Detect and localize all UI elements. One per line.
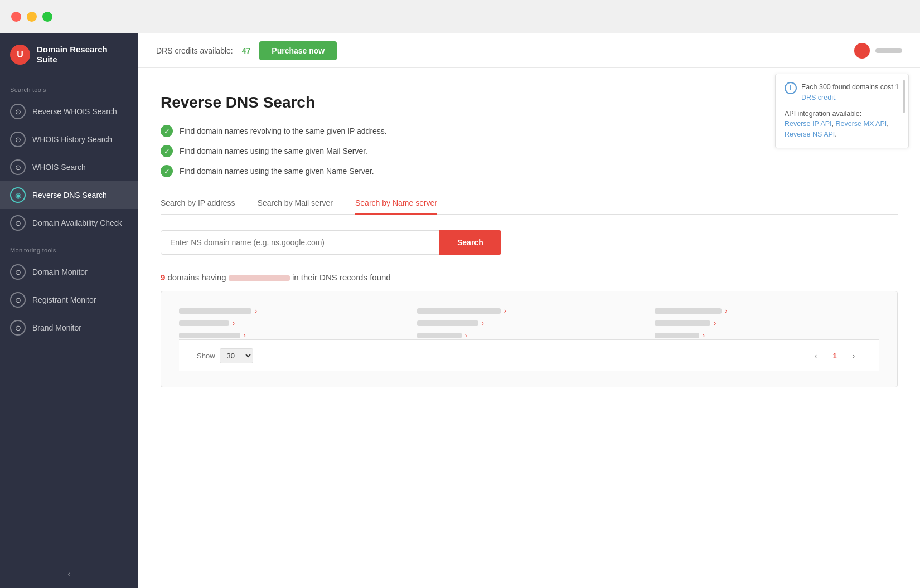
- whois-search-icon: ⊙: [10, 159, 26, 175]
- result-text: [655, 320, 710, 326]
- info-icon: i: [785, 82, 797, 94]
- tab-ip-address[interactable]: Search by IP address: [161, 193, 235, 215]
- info-text: Each 300 found domains cost 1 DRS credit…: [801, 82, 899, 103]
- sidebar-header: U Domain Research Suite: [0, 33, 138, 76]
- prev-page-button[interactable]: ‹: [808, 348, 824, 363]
- sidebar-item-registrant-monitor[interactable]: ⊙ Registrant Monitor: [0, 286, 138, 314]
- sidebar-label-reverse-whois: Reverse WHOIS Search: [32, 107, 117, 116]
- sidebar-collapse-button[interactable]: ‹: [0, 560, 138, 588]
- close-button[interactable]: [11, 12, 21, 22]
- result-arrow-icon[interactable]: ›: [255, 307, 257, 315]
- search-bar: Search: [161, 230, 898, 255]
- result-arrow-icon[interactable]: ›: [244, 332, 246, 339]
- reverse-dns-icon: ◉: [10, 187, 26, 203]
- search-tools-label: Search tools: [0, 76, 138, 98]
- user-avatar: [854, 43, 870, 59]
- titlebar: [0, 0, 920, 33]
- pagination-bar: Show 30 10 20 50 100 ‹ 1 ›: [179, 339, 879, 371]
- show-select[interactable]: 30 10 20 50 100: [220, 348, 253, 363]
- sidebar-title: Domain Research Suite: [37, 45, 128, 65]
- sidebar-item-brand-monitor[interactable]: ⊙ Brand Monitor: [0, 314, 138, 342]
- result-text: [179, 308, 251, 314]
- sidebar-item-whois-history[interactable]: ⊙ WHOIS History Search: [0, 125, 138, 153]
- sidebar-item-domain-availability[interactable]: ⊙ Domain Availability Check: [0, 209, 138, 237]
- result-arrow-icon[interactable]: ›: [233, 319, 235, 327]
- page-1-button[interactable]: 1: [827, 348, 842, 363]
- user-name-bar: [875, 48, 902, 53]
- result-arrow-icon[interactable]: ›: [504, 307, 506, 315]
- check-icon-1: ✓: [161, 125, 173, 137]
- tab-name-server[interactable]: Search by Name server: [355, 193, 437, 215]
- pagination-pages: ‹ 1 ›: [808, 348, 861, 363]
- search-tabs: Search by IP address Search by Mail serv…: [161, 193, 898, 215]
- api-info: API integration available: Reverse IP AP…: [785, 109, 899, 140]
- domain-availability-icon: ⊙: [10, 215, 26, 231]
- result-text: [179, 333, 240, 338]
- topbar-right: [854, 43, 902, 59]
- sidebar-logo: U: [10, 45, 30, 65]
- result-arrow-icon[interactable]: ›: [714, 319, 716, 327]
- drs-credit-link[interactable]: DRS credit.: [801, 94, 837, 101]
- sidebar-label-reverse-dns: Reverse DNS Search: [32, 191, 107, 200]
- show-label: Show: [197, 352, 215, 360]
- check-icon-2: ✓: [161, 145, 173, 157]
- sidebar: U Domain Research Suite Search tools ⊙ R…: [0, 33, 138, 588]
- result-arrow-icon[interactable]: ›: [725, 307, 727, 315]
- tab-mail-server[interactable]: Search by Mail server: [258, 193, 333, 215]
- result-text: [417, 333, 462, 338]
- info-box: i Each 300 found domains cost 1 DRS cred…: [775, 74, 909, 148]
- sidebar-item-domain-monitor[interactable]: ⊙ Domain Monitor: [0, 258, 138, 286]
- reverse-ns-api-link[interactable]: Reverse NS API: [785, 130, 835, 138]
- search-input[interactable]: [161, 230, 439, 255]
- feature-item-3: ✓ Find domain names using the same given…: [161, 165, 898, 177]
- main: DRS credits available: 47 Purchase now i…: [138, 33, 920, 588]
- result-text: [655, 333, 699, 338]
- sidebar-item-reverse-whois[interactable]: ⊙ Reverse WHOIS Search: [0, 98, 138, 125]
- domain-monitor-icon: ⊙: [10, 264, 26, 280]
- minimize-button[interactable]: [27, 12, 37, 22]
- sidebar-label-whois-history: WHOIS History Search: [32, 135, 112, 144]
- credits-value: 47: [242, 46, 251, 55]
- sidebar-label-domain-availability: Domain Availability Check: [32, 218, 122, 227]
- list-item: › › ›: [417, 307, 642, 339]
- whois-history-icon: ⊙: [10, 132, 26, 147]
- results-label: domains having: [168, 273, 229, 282]
- app: U Domain Research Suite Search tools ⊙ R…: [0, 33, 920, 588]
- list-item: › › ›: [655, 307, 879, 339]
- reverse-ip-api-link[interactable]: Reverse IP API: [785, 120, 832, 128]
- monitoring-tools-label: Monitoring tools: [0, 237, 138, 258]
- results-count: 9: [161, 273, 165, 282]
- sidebar-item-reverse-dns[interactable]: ◉ Reverse DNS Search: [0, 181, 138, 209]
- sidebar-item-whois-search[interactable]: ⊙ WHOIS Search: [0, 153, 138, 181]
- list-item: › › ›: [179, 307, 404, 339]
- credits-label: DRS credits available:: [156, 46, 233, 55]
- result-text: [179, 320, 229, 326]
- purchase-now-button[interactable]: Purchase now: [259, 41, 337, 60]
- sidebar-label-registrant-monitor: Registrant Monitor: [32, 295, 96, 304]
- blurred-domain: [229, 275, 290, 281]
- sidebar-label-whois-search: WHOIS Search: [32, 163, 86, 172]
- brand-monitor-icon: ⊙: [10, 320, 26, 336]
- info-box-header: i Each 300 found domains cost 1 DRS cred…: [785, 82, 899, 103]
- result-text: [417, 308, 501, 314]
- search-button[interactable]: Search: [439, 230, 501, 255]
- check-icon-3: ✓: [161, 165, 173, 177]
- result-arrow-icon[interactable]: ›: [703, 332, 705, 339]
- content-area: i Each 300 found domains cost 1 DRS cred…: [138, 68, 920, 588]
- reverse-whois-icon: ⊙: [10, 104, 26, 119]
- results-grid: › › ›: [179, 307, 879, 339]
- result-arrow-icon[interactable]: ›: [465, 332, 467, 339]
- maximize-button[interactable]: [42, 12, 52, 22]
- result-arrow-icon[interactable]: ›: [482, 319, 484, 327]
- info-scrollbar[interactable]: [903, 80, 905, 113]
- sidebar-label-domain-monitor: Domain Monitor: [32, 268, 88, 276]
- reverse-mx-api-link[interactable]: Reverse MX API: [836, 120, 887, 128]
- results-suffix: in their DNS records found: [292, 273, 391, 282]
- results-card: › › ›: [161, 291, 898, 387]
- results-summary: 9 domains having in their DNS records fo…: [161, 273, 898, 282]
- topbar: DRS credits available: 47 Purchase now: [138, 33, 920, 68]
- result-text: [417, 320, 478, 326]
- next-page-button[interactable]: ›: [846, 348, 861, 363]
- result-text: [655, 308, 722, 314]
- registrant-monitor-icon: ⊙: [10, 292, 26, 308]
